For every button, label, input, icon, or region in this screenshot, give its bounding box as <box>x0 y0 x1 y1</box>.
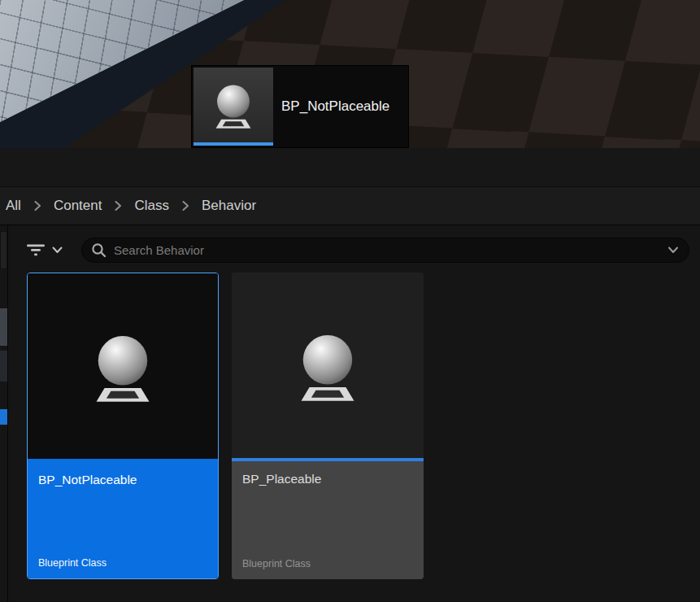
asset-info: BP_Placeable Blueprint Class <box>232 461 424 579</box>
asset-tile-bp-placeable[interactable]: BP_Placeable Blueprint Class <box>232 273 424 579</box>
search-input[interactable] <box>114 243 667 257</box>
asset-info: BP_NotPlaceable Blueprint Class <box>28 462 218 578</box>
breadcrumb-item-behavior[interactable]: Behavior <box>202 198 256 214</box>
asset-tile-bp-notplaceable[interactable]: BP_NotPlaceable Blueprint Class <box>27 273 219 579</box>
filter-icon <box>26 242 46 257</box>
collapsed-panel-item[interactable] <box>0 351 7 382</box>
breadcrumb-item-class[interactable]: Class <box>134 198 169 214</box>
breadcrumb-item-content[interactable]: Content <box>54 198 102 214</box>
path-breadcrumb: All Content Class Behavior <box>0 187 700 225</box>
asset-thumbnail <box>232 273 424 458</box>
level-viewport[interactable]: BP_NotPlaceable <box>0 0 700 148</box>
asset-name: BP_NotPlaceable <box>38 473 207 487</box>
breadcrumb-chevron-icon <box>33 200 41 212</box>
sphere-icon <box>282 320 373 411</box>
filter-button[interactable] <box>26 239 73 260</box>
blueprint-thumbnail <box>193 68 273 142</box>
chevron-down-icon <box>667 246 679 254</box>
breadcrumb-chevron-icon <box>114 200 122 212</box>
search-icon <box>91 242 107 258</box>
breadcrumb-chevron-icon <box>181 200 189 212</box>
drag-preview-tooltip: BP_NotPlaceable <box>191 65 409 148</box>
search-box <box>81 238 689 263</box>
collapsed-panel-item[interactable] <box>0 308 7 346</box>
asset-thumbnail <box>28 273 218 459</box>
content-browser-header <box>0 148 700 187</box>
collapsed-left-panel <box>0 225 8 602</box>
collapsed-panel-item[interactable] <box>0 231 7 269</box>
sphere-icon <box>203 75 263 135</box>
breadcrumb-item-all[interactable]: All <box>6 198 21 214</box>
collapsed-panel-item-selected[interactable] <box>0 409 7 425</box>
unreal-editor-content-browser: BP_NotPlaceable All Content Class Behavi… <box>0 0 700 602</box>
sphere-icon <box>77 321 168 412</box>
asset-type-label: Blueprint Class <box>38 557 207 569</box>
saved-search-dropdown[interactable] <box>667 246 679 254</box>
chevron-down-icon <box>52 246 63 254</box>
asset-name: BP_Placeable <box>242 472 413 486</box>
drag-asset-name: BP_NotPlaceable <box>281 98 389 115</box>
asset-type-label: Blueprint Class <box>242 558 413 569</box>
progress-bar <box>193 142 273 146</box>
